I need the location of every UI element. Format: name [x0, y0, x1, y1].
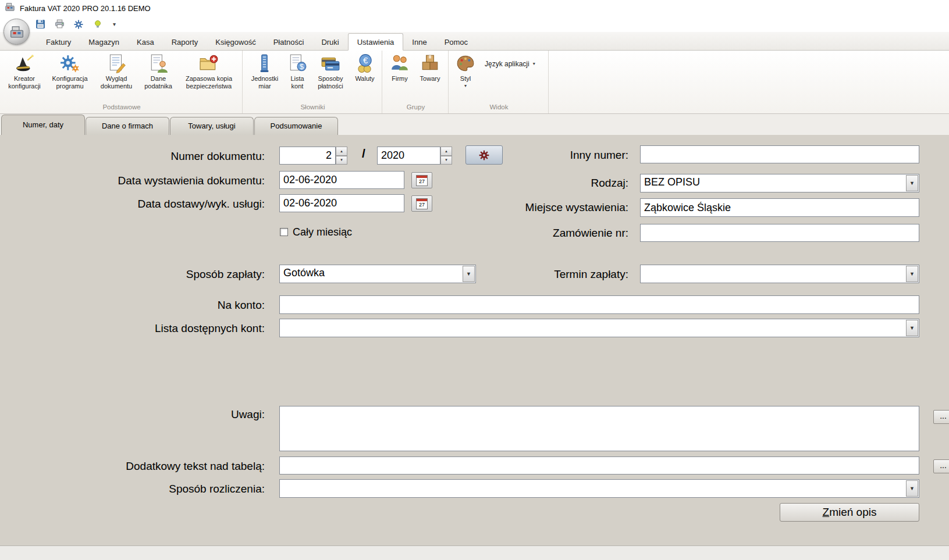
wyglad-dokumentu-button[interactable]: Wygląd dokumentu — [95, 52, 138, 91]
ribbon-group-label: Widok — [453, 102, 545, 113]
data-dostawy-label: Data dostawy/wyk. usługi: — [0, 198, 265, 211]
ribbon-tab-druki[interactable]: Druki — [312, 34, 347, 50]
lista-kont-value — [280, 319, 905, 337]
sposoby-platnosci-button[interactable]: Sposoby płatności — [312, 52, 349, 91]
ribbon-group-grupy: Firmy Towary Grupy — [382, 51, 449, 113]
jednostki-miar-button[interactable]: Jednostki miar — [247, 52, 283, 91]
ribbon-item-label: Firmy — [392, 75, 408, 83]
ribbon-tab-inne[interactable]: Inne — [403, 34, 435, 50]
dropdown-arrow-icon[interactable]: ▼ — [906, 266, 918, 282]
ribbon-tab-kasa[interactable]: Kasa — [128, 34, 163, 50]
sposob-zaplaty-label: Sposób zapłaty: — [0, 268, 265, 281]
ribbon-tab-bar: Faktury Magazyn Kasa Raporty Księgowość … — [0, 32, 949, 51]
kreator-konfiguracji-button[interactable]: Kreator konfiguracji — [4, 52, 45, 91]
print-icon[interactable] — [53, 18, 66, 31]
numer-dokumentu-input[interactable] — [279, 147, 336, 165]
sposob-rozliczenia-value — [280, 480, 905, 497]
dane-podatnika-button[interactable]: Dane podatnika — [140, 52, 177, 91]
ribbon-group-widok: Styl ▾ Język aplikacji ▾ Widok — [449, 51, 549, 113]
termin-zaplaty-combobox[interactable]: ▼ — [640, 265, 919, 283]
settings-icon[interactable] — [72, 18, 85, 31]
firmy-button[interactable]: Firmy — [386, 52, 413, 84]
ribbon-item-label: Lista kont — [285, 75, 310, 90]
taxpayer-icon — [148, 53, 168, 73]
styl-button[interactable]: Styl ▾ — [453, 52, 478, 90]
zamowienie-nr-input[interactable] — [640, 224, 919, 242]
konfiguracja-programu-button[interactable]: Konfiguracja programu — [47, 52, 93, 91]
ribbon-item-label: Zapasowa kopia bezpieczeństwa — [179, 75, 239, 90]
toolbar-options-caret[interactable]: ▾ — [111, 21, 118, 27]
ribbon-tab-ksiegowosc[interactable]: Księgowość — [207, 34, 264, 50]
ribbon-item-label: Waluty — [355, 75, 374, 83]
uwagi-textarea[interactable] — [279, 406, 919, 451]
dropdown-arrow-icon[interactable]: ▼ — [906, 480, 918, 497]
tab-numer-daty[interactable]: Numer, daty — [1, 115, 85, 135]
ribbon-item-label: Jednostki miar — [247, 75, 283, 90]
palette-icon — [456, 53, 475, 73]
tab-dane-o-firmach[interactable]: Dane o firmach — [86, 117, 169, 135]
svg-text:€: € — [363, 56, 368, 65]
gears-icon — [60, 53, 80, 73]
lista-kont-label: Lista dostępnych kont: — [0, 322, 265, 335]
ribbon-group-podstawowe: Kreator konfiguracji Konfiguracja progra… — [0, 51, 243, 113]
ribbon-tab-platnosci[interactable]: Płatności — [265, 34, 313, 50]
styl-dropdown-caret[interactable]: ▾ — [464, 84, 467, 88]
spin-up-icon[interactable]: ▲ — [336, 147, 347, 156]
ribbon-tab-pomoc[interactable]: Pomoc — [436, 34, 477, 50]
ribbon-tab-raporty[interactable]: Raporty — [163, 34, 207, 50]
uwagi-label: Uwagi: — [0, 408, 265, 421]
ribbon-item-label: Konfiguracja programu — [47, 75, 93, 90]
measuring-unit-icon — [255, 53, 275, 73]
ribbon-group-slowniki: Jednostki miar $ Lista kont Sposoby płat… — [243, 51, 382, 113]
ribbon-tab-ustawienia[interactable]: Ustawienia — [348, 33, 404, 51]
lista-kont-button[interactable]: $ Lista kont — [285, 52, 310, 91]
inny-numer-input[interactable] — [640, 145, 919, 163]
zmien-opis-accel: Z — [823, 506, 830, 519]
waluty-button[interactable]: € Waluty — [351, 52, 379, 84]
application-menu-button[interactable] — [3, 19, 30, 45]
title-bar: Faktura VAT 2020 PRO 20.1.16 DEMO — [0, 0, 949, 16]
ribbon-group-label: Grupy — [386, 102, 445, 113]
app-icon — [5, 2, 15, 15]
rodzaj-value: BEZ OPISU — [641, 174, 905, 192]
na-konto-input[interactable] — [279, 295, 919, 314]
spin-down-icon[interactable]: ▼ — [336, 156, 347, 165]
status-bar — [0, 545, 949, 560]
companies-icon — [390, 53, 410, 73]
wizard-hat-icon — [15, 53, 34, 73]
sposob-rozliczenia-label: Sposób rozliczenia: — [0, 483, 265, 495]
miejsce-wystawienia-input[interactable] — [640, 198, 919, 217]
form-tab-bar: Numer, daty Dane o firmach Towary, usług… — [0, 114, 949, 135]
uwagi-more-button[interactable]: ... — [933, 410, 949, 424]
lamp-icon[interactable] — [91, 18, 104, 31]
dropdown-arrow-icon[interactable]: ▼ — [906, 320, 918, 336]
payment-cards-icon — [321, 53, 340, 73]
towary-button[interactable]: Towary — [415, 52, 445, 84]
na-konto-label: Na konto: — [0, 299, 265, 312]
lista-kont-combobox[interactable]: ▼ — [279, 319, 919, 337]
ribbon-tab-faktury[interactable]: Faktury — [37, 34, 80, 50]
quick-access-toolbar: ▾ — [34, 16, 118, 32]
ribbon-tab-magazyn[interactable]: Magazyn — [80, 34, 128, 50]
jezyk-aplikacji-button[interactable]: Język aplikacji ▾ — [480, 57, 540, 71]
app-orb-icon — [9, 24, 24, 40]
numer-separator: / — [353, 147, 374, 160]
caly-miesiac-label: Cały miesiąc — [293, 226, 352, 238]
ribbon-body: Kreator konfiguracji Konfiguracja progra… — [0, 51, 949, 114]
zmien-opis-button[interactable]: Zmień opis — [780, 503, 919, 522]
ribbon-item-label: Kreator konfiguracji — [4, 75, 45, 90]
rodzaj-combobox[interactable]: BEZ OPISU ▼ — [640, 174, 919, 192]
tab-towary-uslugi[interactable]: Towary, usługi — [170, 117, 254, 135]
dodatkowy-tekst-more-button[interactable]: ... — [933, 459, 949, 473]
save-icon[interactable] — [34, 18, 47, 31]
numer-dokumentu-label: Numer dokumentu: — [0, 150, 265, 163]
dodatkowy-tekst-input[interactable] — [279, 456, 919, 475]
ribbon-group-label: Podstawowe — [4, 102, 239, 113]
ribbon-item-label: Wygląd dokumentu — [95, 75, 138, 90]
caly-miesiac-checkbox[interactable] — [280, 228, 288, 236]
sposob-rozliczenia-combobox[interactable]: ▼ — [279, 479, 919, 498]
zapasowa-kopia-button[interactable]: Zapasowa kopia bezpieczeństwa — [179, 52, 239, 91]
tab-podsumowanie[interactable]: Podsumowanie — [254, 117, 338, 135]
dropdown-arrow-icon[interactable]: ▼ — [906, 175, 918, 191]
ribbon-item-label: Towary — [420, 75, 440, 83]
